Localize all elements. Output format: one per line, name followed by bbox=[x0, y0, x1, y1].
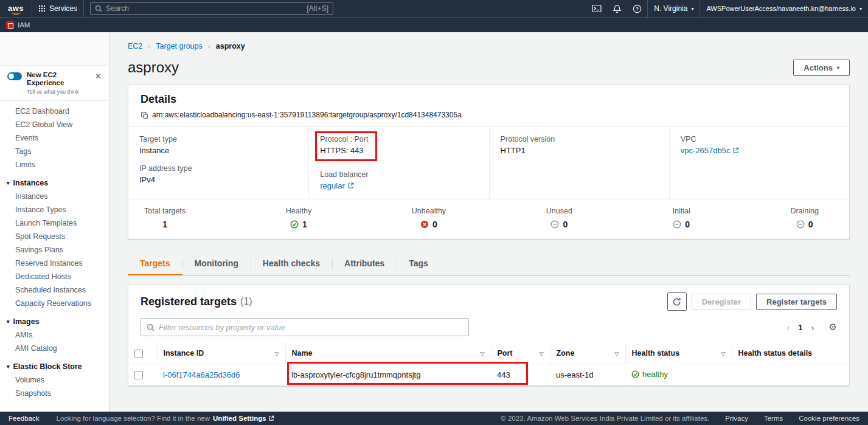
privacy-link[interactable]: Privacy bbox=[725, 415, 748, 422]
stat-label: Healthy bbox=[286, 207, 311, 215]
aws-logo-text: aws bbox=[8, 4, 24, 13]
sort-icon[interactable]: ▽ bbox=[275, 351, 279, 357]
experience-toggle[interactable] bbox=[7, 72, 22, 80]
refresh-button[interactable] bbox=[667, 292, 687, 311]
select-all-checkbox[interactable] bbox=[134, 350, 143, 358]
sidebar-item-limits[interactable]: Limits bbox=[0, 158, 109, 171]
sidebar-item-capacity-reservations[interactable]: Capacity Reservations bbox=[0, 297, 109, 310]
header-select bbox=[128, 344, 157, 364]
next-page-icon[interactable]: › bbox=[807, 322, 819, 333]
svg-text:?: ? bbox=[636, 6, 639, 12]
sidebar-item-ami-catalog[interactable]: AMI Catalog bbox=[0, 342, 109, 355]
column-label: Health status details bbox=[738, 349, 813, 358]
stat-value: 0 bbox=[808, 219, 813, 229]
sidebar-item-scheduled-instances[interactable]: Scheduled Instances bbox=[0, 283, 109, 297]
header-instance-id[interactable]: Instance ID ▽ bbox=[157, 344, 285, 364]
minus-circle-icon bbox=[550, 220, 559, 229]
favorite-iam[interactable]: IAM bbox=[6, 21, 30, 29]
stat-label: Unused bbox=[546, 207, 572, 215]
register-targets-button[interactable]: Register targets bbox=[756, 294, 837, 310]
actions-button[interactable]: Actions ▾ bbox=[793, 60, 850, 76]
filter-input[interactable] bbox=[159, 323, 463, 332]
target-stats: Total targets 1 Healthy 1 Unhealthy bbox=[128, 199, 849, 239]
feedback-link[interactable]: Feedback bbox=[9, 415, 40, 422]
tab-targets[interactable]: Targets bbox=[128, 253, 182, 275]
row-checkbox[interactable] bbox=[134, 371, 143, 379]
chevron-down-icon: ▾ bbox=[7, 317, 10, 326]
caret-down-icon: ▾ bbox=[837, 65, 839, 71]
gear-icon[interactable]: ⚙ bbox=[829, 322, 837, 333]
registered-targets-actions: Deregister Register targets bbox=[667, 292, 837, 311]
sort-icon[interactable]: ▽ bbox=[615, 351, 619, 357]
sidebar-item-launch-templates[interactable]: Launch Templates bbox=[0, 216, 109, 230]
sidebar-item-instances[interactable]: Instances bbox=[0, 190, 109, 203]
main-content: EC2 › Target groups › asproxy asproxy Ac… bbox=[109, 32, 868, 412]
load-balancer-link[interactable]: regular bbox=[320, 181, 353, 190]
instance-id-link[interactable]: i-06f1744a6a25d36d6 bbox=[163, 370, 240, 379]
search-icon bbox=[147, 323, 155, 331]
tab-attributes[interactable]: Attributes bbox=[332, 253, 397, 275]
page-number[interactable]: 1 bbox=[794, 323, 806, 332]
cookie-preferences-link[interactable]: Cookie preferences bbox=[799, 415, 859, 422]
copy-icon bbox=[141, 111, 148, 119]
close-icon[interactable]: ✕ bbox=[92, 71, 104, 81]
check-circle-icon bbox=[290, 220, 299, 229]
sidebar-item-amis[interactable]: AMIs bbox=[0, 328, 109, 342]
header-health-status[interactable]: Health status ▽ bbox=[625, 344, 732, 364]
help-icon: ? bbox=[633, 4, 642, 13]
column-label: Instance ID bbox=[164, 349, 204, 358]
region-label: N. Virginia bbox=[654, 4, 687, 13]
region-selector[interactable]: N. Virginia ▾ bbox=[647, 0, 700, 17]
sidebar-item-tags[interactable]: Tags bbox=[0, 145, 109, 158]
sidebar-item-reserved-instances[interactable]: Reserved Instances bbox=[0, 257, 109, 270]
sort-icon[interactable]: ▽ bbox=[481, 351, 485, 357]
sidebar-item-snapshots[interactable]: Snapshots bbox=[0, 387, 109, 400]
tab-monitoring[interactable]: Monitoring bbox=[182, 253, 251, 275]
x-circle-icon bbox=[420, 220, 429, 229]
sidebar-section-instances[interactable]: ▾ Instances bbox=[0, 176, 109, 190]
cloudshell-button[interactable] bbox=[586, 0, 607, 17]
page-title: asproxy bbox=[128, 59, 179, 76]
field-label: Protocol : Port bbox=[320, 135, 368, 143]
sort-icon[interactable]: ▽ bbox=[540, 351, 544, 357]
sidebar-item-instance-types[interactable]: Instance Types bbox=[0, 203, 109, 216]
help-button[interactable]: ? bbox=[627, 0, 647, 17]
vpc-link[interactable]: vpc-2657db5c bbox=[681, 146, 740, 155]
breadcrumb-ec2[interactable]: EC2 bbox=[128, 42, 142, 50]
terms-link[interactable]: Terms bbox=[764, 415, 783, 422]
breadcrumb-target-groups[interactable]: Target groups bbox=[156, 42, 202, 50]
aws-logo[interactable]: aws bbox=[0, 2, 32, 15]
field-label: Target type bbox=[139, 135, 297, 143]
sort-icon[interactable]: ▽ bbox=[721, 351, 726, 357]
sidebar-item-savings-plans[interactable]: Savings Plans bbox=[0, 243, 109, 257]
sidebar-section-images[interactable]: ▾ Images bbox=[0, 315, 109, 328]
unified-settings-link[interactable]: Unified Settings bbox=[213, 415, 274, 422]
global-search[interactable]: [Alt+S] bbox=[90, 2, 333, 15]
tab-health-checks[interactable]: Health checks bbox=[251, 253, 332, 275]
copy-arn-button[interactable] bbox=[141, 111, 148, 119]
sidebar-item-volumes[interactable]: Volumes bbox=[0, 373, 109, 387]
header-port[interactable]: Port ▽ bbox=[491, 344, 550, 364]
field-protocol-version: Protocol version HTTP1 bbox=[501, 135, 658, 155]
header-zone[interactable]: Zone ▽ bbox=[550, 344, 625, 364]
sidebar-item-events[interactable]: Events bbox=[0, 131, 109, 145]
chevron-down-icon: ▾ bbox=[7, 179, 10, 187]
cell-instance-id: i-06f1744a6a25d36d6 bbox=[157, 364, 285, 385]
header-name[interactable]: Name ▽ bbox=[285, 344, 491, 364]
sidebar-item-ec2-dashboard[interactable]: EC2 Dashboard bbox=[0, 105, 109, 118]
search-input[interactable] bbox=[106, 4, 303, 13]
tab-bar: Targets Monitoring Health checks Attribu… bbox=[128, 253, 850, 275]
previous-page-icon[interactable]: ‹ bbox=[782, 322, 794, 333]
sidebar-item-dedicated-hosts[interactable]: Dedicated Hosts bbox=[0, 270, 109, 283]
cell-select bbox=[128, 364, 157, 385]
notifications-button[interactable] bbox=[607, 0, 627, 17]
sidebar-item-ec2-global-view[interactable]: EC2 Global View bbox=[0, 118, 109, 131]
filter-field[interactable] bbox=[141, 318, 469, 336]
tab-tags[interactable]: Tags bbox=[397, 253, 440, 275]
sidebar-section-elastic-block-store[interactable]: ▾ Elastic Block Store bbox=[0, 360, 109, 373]
breadcrumb-separator: › bbox=[208, 42, 210, 50]
services-menu[interactable]: Services bbox=[32, 0, 84, 17]
deregister-button[interactable]: Deregister bbox=[692, 294, 751, 310]
sidebar-item-spot-requests[interactable]: Spot Requests bbox=[0, 230, 109, 243]
account-menu[interactable]: AWSPowerUserAccess/navaneeth.kn@harness.… bbox=[700, 0, 868, 17]
